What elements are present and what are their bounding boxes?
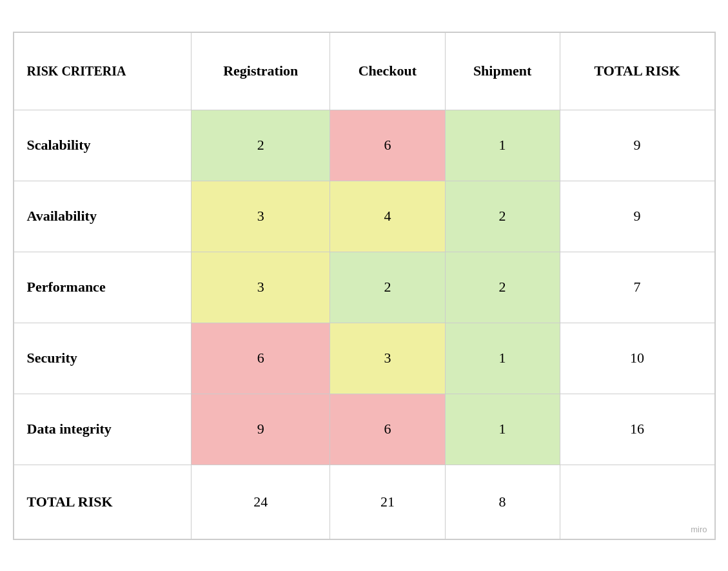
miro-credit: miro bbox=[691, 525, 707, 534]
row-label-2: Performance bbox=[14, 252, 192, 323]
table-row: Availability3429 bbox=[14, 181, 714, 252]
row-registration-0: 2 bbox=[192, 110, 330, 181]
row-total-3: 10 bbox=[560, 323, 714, 394]
row-registration-1: 3 bbox=[192, 181, 330, 252]
total-risk-row: TOTAL RISK24218 bbox=[14, 465, 714, 539]
row-total-4: 16 bbox=[560, 394, 714, 465]
row-checkout-2: 2 bbox=[330, 252, 445, 323]
header-registration: Registration bbox=[192, 32, 330, 110]
header-shipment: Shipment bbox=[445, 32, 560, 110]
row-registration-3: 6 bbox=[192, 323, 330, 394]
risk-table-wrapper: RISK CRITERIA Registration Checkout Ship… bbox=[13, 32, 716, 540]
row-shipment-3: 1 bbox=[445, 323, 560, 394]
row-registration-4: 9 bbox=[192, 394, 330, 465]
total-registration: 24 bbox=[192, 465, 330, 539]
row-label-0: Scalability bbox=[14, 110, 192, 181]
row-label-4: Data integrity bbox=[14, 394, 192, 465]
table-row: Data integrity96116 bbox=[14, 394, 714, 465]
row-total-1: 9 bbox=[560, 181, 714, 252]
header-total-risk: TOTAL RISK bbox=[560, 32, 714, 110]
total-shipment: 8 bbox=[445, 465, 560, 539]
header-risk-criteria: RISK CRITERIA bbox=[14, 32, 192, 110]
total-checkout: 21 bbox=[330, 465, 445, 539]
row-shipment-0: 1 bbox=[445, 110, 560, 181]
header-row: RISK CRITERIA Registration Checkout Ship… bbox=[14, 32, 714, 110]
row-registration-2: 3 bbox=[192, 252, 330, 323]
row-shipment-2: 2 bbox=[445, 252, 560, 323]
header-checkout: Checkout bbox=[330, 32, 445, 110]
row-total-2: 7 bbox=[560, 252, 714, 323]
row-checkout-1: 4 bbox=[330, 181, 445, 252]
row-shipment-1: 2 bbox=[445, 181, 560, 252]
table-row: Performance3227 bbox=[14, 252, 714, 323]
risk-table: RISK CRITERIA Registration Checkout Ship… bbox=[14, 32, 715, 539]
row-shipment-4: 1 bbox=[445, 394, 560, 465]
row-checkout-0: 6 bbox=[330, 110, 445, 181]
row-checkout-4: 6 bbox=[330, 394, 445, 465]
row-total-0: 9 bbox=[560, 110, 714, 181]
table-row: Security63110 bbox=[14, 323, 714, 394]
table-row: Scalability2619 bbox=[14, 110, 714, 181]
total-risk-label: TOTAL RISK bbox=[14, 465, 192, 539]
row-label-1: Availability bbox=[14, 181, 192, 252]
row-checkout-3: 3 bbox=[330, 323, 445, 394]
row-label-3: Security bbox=[14, 323, 192, 394]
